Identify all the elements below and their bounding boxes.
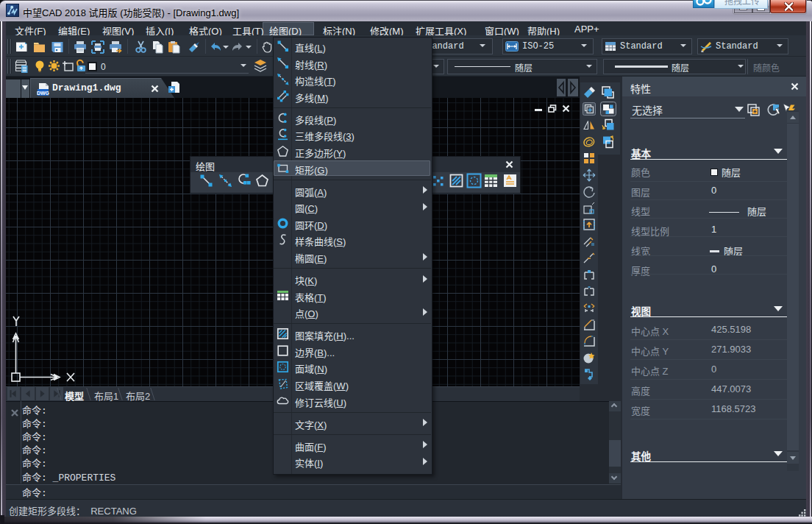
svg-text:DWG: DWG bbox=[37, 91, 50, 96]
